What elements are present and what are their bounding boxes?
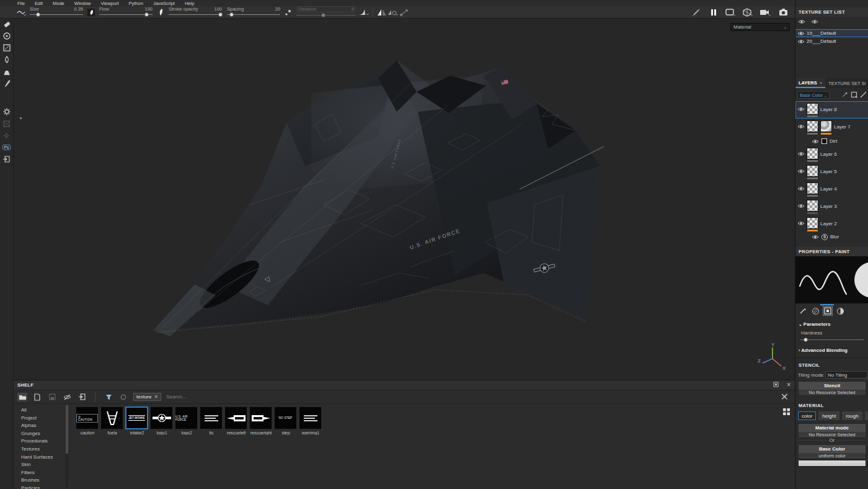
layer-visibility-eye-icon[interactable]: [797, 221, 805, 226]
layer-visibility-eye-icon[interactable]: [797, 169, 805, 174]
channel-height-button[interactable]: height: [818, 411, 839, 420]
flow-slider[interactable]: [99, 12, 153, 17]
add-layer-icon[interactable]: [851, 91, 857, 99]
effect-visibility-eye-icon[interactable]: [812, 235, 819, 240]
close-icon[interactable]: ×: [820, 80, 822, 86]
tab-texture-set-settings[interactable]: TEXTURE SET SETTINGS: [825, 78, 868, 88]
show-all-eye-icon[interactable]: [798, 19, 805, 24]
axis-gizmo[interactable]: Y X Z: [755, 343, 787, 372]
shelf-folder-alphas[interactable]: Alphas: [16, 422, 64, 430]
scatter-dots-icon[interactable]: [283, 7, 294, 17]
stroke-opacity-slider[interactable]: [169, 12, 222, 17]
alpha-mode-icon[interactable]: [810, 306, 820, 316]
flow-control[interactable]: Flow100: [99, 7, 153, 17]
shelf-folder-particles[interactable]: Particles: [16, 485, 64, 489]
filter-funnel-icon[interactable]: [104, 393, 113, 402]
layer-effect-row[interactable]: Dirt: [795, 137, 868, 146]
stencil-mode-icon[interactable]: [823, 306, 833, 316]
shelf-item-intake2[interactable]: JET INTAKEintake2: [125, 406, 149, 435]
menu-item-mode[interactable]: Mode: [53, 1, 64, 6]
pen-icon[interactable]: [860, 91, 867, 99]
layer-row[interactable]: Layer 8: [795, 101, 868, 119]
filter-radio-icon[interactable]: [118, 393, 128, 402]
aircraft-model[interactable]: U.S. AIR FORCE U.S. AIR FORCE: [14, 19, 795, 380]
size-slider[interactable]: [30, 12, 83, 17]
shelf-folder-project[interactable]: Project: [16, 415, 64, 423]
channel-rough-button[interactable]: rough: [842, 411, 862, 420]
hide-eye-icon[interactable]: [62, 393, 72, 402]
channel-metal-button[interactable]: metal: [865, 411, 868, 420]
texture-set-eye-icon[interactable]: [797, 39, 805, 44]
photoshop-export-icon[interactable]: Ps: [1, 141, 12, 153]
eraser-tool-icon[interactable]: [1, 19, 12, 30]
shader-dropdown[interactable]: Material ⌄: [730, 23, 790, 31]
stroke-style-icon[interactable]: [16, 7, 27, 17]
shelf-folder-grunges[interactable]: Grunges: [16, 430, 64, 438]
symmetry-icon[interactable]: [376, 7, 388, 17]
base-color-button[interactable]: Base Color uniform color: [798, 444, 866, 459]
search-input[interactable]: Search...: [166, 394, 186, 400]
clone-tool-icon[interactable]: [1, 66, 12, 77]
import-resources-icon[interactable]: [77, 393, 87, 402]
layer-row[interactable]: Layer 4: [795, 181, 868, 198]
shader-settings-icon[interactable]: [743, 7, 754, 17]
tiling-mode-dropdown[interactable]: No Tiling: [825, 371, 867, 379]
menu-item-viewport[interactable]: Viewport: [100, 1, 118, 6]
layer-row[interactable]: Layer 6: [795, 146, 868, 163]
viewport-3d[interactable]: U.S. AIR FORCE U.S. AIR FORCE Material ⌄…: [14, 19, 795, 380]
channel-color-button[interactable]: color: [798, 411, 816, 420]
shelf-item-caution[interactable]: ◎ CAUTIONcaution: [76, 406, 99, 435]
undock-icon[interactable]: [773, 382, 779, 388]
menu-item-javascript[interactable]: JavaScript: [153, 1, 175, 6]
layer-thumbnail[interactable]: [807, 103, 818, 115]
shelf-item-logo1[interactable]: logo1: [150, 406, 174, 435]
pause-engine-icon[interactable]: [708, 7, 719, 17]
smudge-tool-icon[interactable]: [1, 54, 12, 65]
remove-tag-icon[interactable]: ✕: [154, 394, 158, 400]
layer-mask-thumbnail[interactable]: [820, 120, 832, 132]
hardness-slider[interactable]: [800, 337, 864, 343]
effect-visibility-eye-icon[interactable]: [812, 139, 819, 144]
texture-set-item[interactable]: 19___Default: [795, 29, 868, 37]
settings-gear-icon[interactable]: [1, 106, 12, 117]
material-mode-icon[interactable]: [835, 306, 845, 316]
menu-item-file[interactable]: File: [17, 1, 25, 6]
new-resource-icon[interactable]: [32, 393, 42, 402]
grid-view-icon[interactable]: [783, 406, 790, 418]
shelf-folder-skin[interactable]: Skin: [16, 461, 64, 469]
add-effect-icon[interactable]: [841, 91, 848, 99]
material-mode-button[interactable]: Material mode No Resource Selected: [798, 423, 866, 438]
snapshot-icon[interactable]: [777, 7, 789, 17]
size-control[interactable]: Size0.35: [30, 7, 83, 17]
layer-thumbnail[interactable]: [807, 120, 818, 132]
shelf-item-rescueleft[interactable]: rescueleft: [224, 406, 248, 435]
brush-tip2-icon[interactable]: [155, 7, 166, 17]
shelf-item-ltc[interactable]: ltc: [200, 406, 223, 435]
shelf-item-warning1[interactable]: warning1: [299, 406, 322, 435]
shelf-item-logo2[interactable]: U.S. AIR FORCElogo2: [175, 406, 198, 435]
projection-tool-icon[interactable]: [1, 30, 12, 42]
spacing-control[interactable]: Spacing20: [227, 7, 280, 17]
camera-settings-icon[interactable]: [760, 7, 771, 17]
layer-row[interactable]: Layer 3: [795, 198, 868, 215]
display-settings-icon[interactable]: [725, 7, 737, 17]
layer-effect-row[interactable]: S Blur: [795, 233, 868, 241]
layer-visibility-eye-icon[interactable]: [797, 186, 805, 191]
layer-thumbnail[interactable]: [807, 217, 818, 229]
menu-item-window[interactable]: Window: [74, 1, 91, 6]
shelf-folder-brushes[interactable]: Brushes: [16, 477, 64, 485]
filter-tag-chip[interactable]: texture ✕: [133, 393, 161, 401]
disable-overlay-icon[interactable]: [691, 7, 702, 17]
advanced-blending-toggle[interactable]: › Advanced Blending: [799, 348, 848, 353]
stroke-opacity-control[interactable]: Stroke opacity100: [169, 7, 222, 17]
shelf-item-rescueright[interactable]: rescueright: [249, 406, 273, 435]
material-picker-tool-icon[interactable]: [1, 78, 12, 89]
folder-icon[interactable]: [17, 393, 27, 402]
close-icon[interactable]: ✕: [786, 382, 791, 388]
menu-item-python[interactable]: Python: [129, 1, 143, 6]
layer-thumbnail[interactable]: [807, 200, 818, 212]
parameters-section-toggle[interactable]: ⌄ Parameters: [799, 321, 830, 327]
layer-visibility-eye-icon[interactable]: [797, 124, 805, 129]
shelf-folder-hard-surfaces[interactable]: Hard Surfaces: [16, 454, 64, 462]
base-color-swatch[interactable]: [798, 460, 866, 467]
